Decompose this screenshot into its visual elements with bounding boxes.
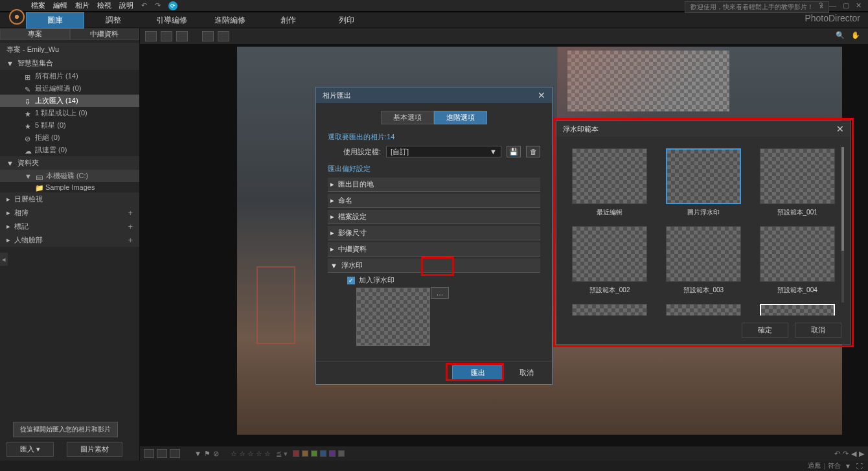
cancel-button[interactable]: 取消 [512,366,542,380]
tab-guided[interactable]: 引導編修 [143,13,201,28]
star-filter[interactable]: ☆ ☆ ☆ ☆ ☆ [231,450,271,458]
add-tag-icon[interactable]: + [128,222,133,231]
export-button[interactable]: 匯出 [452,365,504,380]
tab-print[interactable]: 列印 [317,13,376,28]
zoom-dropdown-icon[interactable]: ▼ [845,463,851,470]
fit-fit[interactable]: 符合 [828,461,841,470]
color-none[interactable] [338,450,345,457]
section-size[interactable]: ▸ 影像尺寸 [328,226,540,240]
color-red[interactable] [293,450,299,457]
tree-cloud[interactable]: ☁訊連雲 (0) [0,144,139,156]
albums-header[interactable]: ▸ 相簿+ [0,206,139,220]
subtab-project[interactable]: 專案 [0,29,70,40]
tree-five-star[interactable]: ★5 顆星 (0) [0,119,139,132]
menu-file[interactable]: 檔案 [31,1,45,10]
tree-all-photos[interactable]: ⊞所有相片 (14) [0,70,139,82]
wm-template-003[interactable] [666,226,741,282]
tags-header[interactable]: ▸ 標記+ [0,220,139,233]
view-mode-1-icon[interactable] [145,31,157,41]
compare-icon[interactable] [202,31,214,41]
wm-template-image[interactable] [666,148,741,204]
tab-basic-options[interactable]: 基本選項 [381,111,434,124]
view-grid-icon[interactable] [176,31,188,41]
fit-adapt[interactable]: 適應 [808,461,821,470]
save-profile-icon[interactable]: 💾 [507,146,521,157]
color-green[interactable] [311,450,317,457]
help-icon[interactable]: ? [819,1,823,10]
smart-collections-header[interactable]: ▼ 智慧型集合 [0,56,139,70]
wm-dialog-close-icon[interactable]: ✕ [836,124,844,134]
import-button[interactable]: 匯入 ▾ [6,442,54,457]
mirror-icon[interactable] [218,31,229,41]
undo-icon[interactable]: ↶ [141,1,147,10]
wm-template-extra-2[interactable] [666,304,741,316]
wm-template-extra-1[interactable] [572,304,647,316]
dialog-titlebar[interactable]: 相片匯出 ✕ [316,87,552,103]
delete-profile-icon[interactable]: 🗑 [526,146,540,157]
next-icon[interactable]: ▶ [859,450,864,458]
profile-combo[interactable]: [自訂]▼ [386,146,501,157]
color-purple[interactable] [329,450,336,457]
rotate-left-icon[interactable]: ↶ [834,450,840,458]
add-face-icon[interactable]: + [128,235,133,245]
close-icon[interactable]: ✕ [856,1,862,10]
tab-create[interactable]: 創作 [259,13,317,28]
wm-dialog-titlebar[interactable]: 浮水印範本 ✕ [556,121,851,137]
faces-header[interactable]: ▸ 人物臉部+ [0,233,139,247]
menu-view[interactable]: 檢視 [97,1,111,10]
wm-ok-button[interactable]: 確定 [742,323,788,338]
tree-disk[interactable]: ▼ 🖴本機磁碟 (C:) [0,170,139,182]
filter-icon[interactable]: ▼ [194,450,201,457]
tree-rejected[interactable]: ⊘拒絕 (0) [0,132,139,144]
tree-last-import[interactable]: ⇩上次匯入 (14) [0,95,139,107]
wm-template-001[interactable] [760,148,835,204]
section-metadata[interactable]: ▸ 中繼資料 [328,242,540,257]
menu-photo[interactable]: 相片 [75,1,89,10]
calendar-header[interactable]: ▸ 日曆檢視 [0,192,139,206]
dialog-close-icon[interactable]: ✕ [538,90,545,100]
view-mode-2-icon[interactable] [161,31,172,41]
fullscreen-icon[interactable]: ⛶ [856,463,863,470]
tree-one-star[interactable]: ★1 顆星或以上 (0) [0,107,139,119]
flag-icon[interactable]: ⚑ [204,450,211,458]
folders-header[interactable]: ▼ 資料夾 [0,156,139,170]
stock-button[interactable]: 圖片素材 [67,442,122,457]
welcome-banner[interactable]: 歡迎使用，快來看看輕鬆上手的教學影片！ × [685,1,829,13]
wm-template-extra-3[interactable] [760,304,835,316]
tab-advanced[interactable]: 進階編修 [201,13,259,28]
section-destination[interactable]: ▸ 匯出目的地 [328,178,540,192]
color-blue[interactable] [320,450,326,457]
wm-template-recent[interactable] [572,148,647,204]
minimize-icon[interactable]: — [829,1,836,10]
color-orange[interactable] [302,450,308,457]
wm-scroll-thumb[interactable] [841,147,844,251]
filmstrip-grid-icon[interactable] [157,449,167,458]
prev-icon[interactable]: ◀ [851,450,856,458]
search-icon[interactable]: 🔍 [836,31,847,41]
watermark-browse-button[interactable]: … [431,287,449,299]
pan-icon[interactable]: ✋ [851,31,863,41]
rotate-right-icon[interactable]: ↷ [843,450,849,458]
tab-library[interactable]: 圖庫 [26,12,84,29]
wm-cancel-button[interactable]: 取消 [795,323,841,338]
add-album-icon[interactable]: + [128,208,133,218]
menu-edit[interactable]: 編輯 [53,1,67,10]
wm-template-002[interactable] [572,226,647,282]
filmstrip-toggle-icon[interactable] [144,449,154,458]
reject-filter-icon[interactable]: ⊘ [213,450,219,458]
section-naming[interactable]: ▸ 命名 [328,194,540,208]
tab-advanced-options[interactable]: 進階選項 [434,111,487,124]
maximize-icon[interactable]: ▢ [843,1,849,10]
watermark-checkbox[interactable]: ✓ [347,277,355,284]
tab-adjust[interactable]: 調整 [84,13,143,28]
collapse-panel-icon[interactable]: ◂ [0,253,8,266]
filmstrip-list-icon[interactable] [170,449,180,458]
wm-scrollbar[interactable] [841,147,844,303]
menu-help[interactable]: 說明 [119,1,133,10]
tree-sample-images[interactable]: 📁Sample Images [0,182,139,192]
tree-recent-edit[interactable]: ✎最近編輯過 (0) [0,82,139,95]
redo-icon[interactable]: ↷ [155,1,161,10]
section-watermark[interactable]: ▼ 浮水印 [328,258,540,273]
subtab-metadata[interactable]: 中繼資料 [70,29,140,40]
cloud-icon[interactable]: ⟳ [168,1,177,10]
